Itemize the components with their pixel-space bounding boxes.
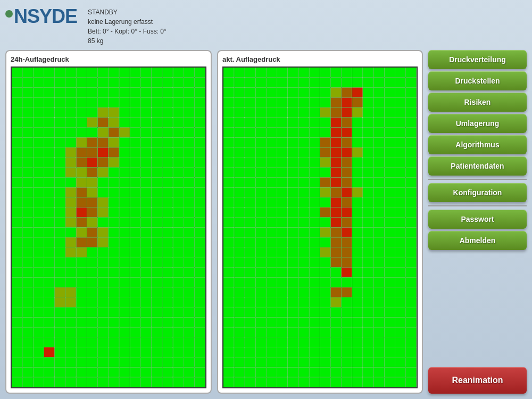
umlagerung-button[interactable]: Umlagerung: [428, 114, 527, 133]
panel-24h: 24h-Auflagedruck: [5, 50, 212, 394]
status-line1: STANDBY: [88, 7, 167, 17]
druckstellen-button[interactable]: Druckstellen: [428, 71, 527, 90]
druckverteilung-button[interactable]: Druckverteilung: [428, 50, 527, 69]
panels-area: 24h-Auflagedruck akt. Auflagedruck: [5, 50, 423, 394]
header: NSYDE STANDBY keine Lagerung erfasst Bet…: [5, 5, 527, 46]
konfiguration-button[interactable]: Konfiguration: [428, 183, 527, 202]
algorithmus-button[interactable]: Algorithmus: [428, 135, 527, 154]
abmelden-button[interactable]: Abmelden: [428, 231, 527, 250]
risiken-button[interactable]: Risiken: [428, 93, 527, 112]
grid1-canvas: [12, 68, 205, 387]
right-sidebar: Druckverteilung Druckstellen Risiken Uml…: [428, 50, 527, 394]
patientendaten-button[interactable]: Patientendaten: [428, 156, 527, 176]
main-container: NSYDE STANDBY keine Lagerung erfasst Bet…: [0, 0, 532, 399]
divider1: [428, 179, 527, 180]
status-line4: 85 kg: [88, 36, 167, 46]
spacer: [428, 252, 527, 363]
panel2-title: akt. Auflagedruck: [222, 55, 418, 63]
grid2-container: [222, 66, 418, 388]
grid1-container: [11, 66, 206, 388]
logo-dot: [5, 10, 13, 18]
passwort-button[interactable]: Passwort: [428, 210, 527, 229]
panel-akt: akt. Auflagedruck: [217, 50, 423, 394]
divider2: [428, 205, 527, 206]
panel1-title: 24h-Auflagedruck: [11, 55, 206, 63]
grid2-canvas: [223, 68, 417, 387]
status-info: STANDBY keine Lagerung erfasst Bett: 0° …: [88, 7, 167, 46]
logo-area: NSYDE: [5, 5, 77, 28]
logo: NSYDE: [5, 5, 77, 28]
reanimation-button[interactable]: Reanimation: [428, 367, 527, 394]
status-line2: keine Lagerung erfasst: [88, 17, 167, 27]
logo-text: NSYDE: [14, 5, 77, 28]
status-line3: Bett: 0° - Kopf: 0° - Fuss: 0°: [88, 27, 167, 36]
content-area: 24h-Auflagedruck akt. Auflagedruck Druck…: [5, 50, 527, 394]
